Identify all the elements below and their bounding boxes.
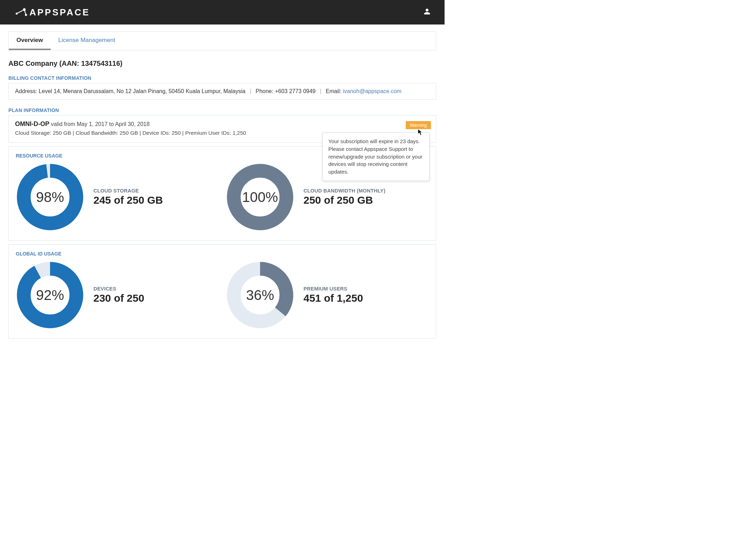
top-bar: APPSPACE <box>0 0 445 24</box>
tabs: Overview License Management <box>8 31 436 50</box>
cloud-storage-label: CLOUD STORAGE <box>93 188 163 194</box>
brand-logo: APPSPACE <box>14 7 90 18</box>
address-value: Level 14, Menara Darussalam, No 12 Jalan… <box>39 88 246 94</box>
premium-users-pct: 36% <box>226 261 294 329</box>
premium-users-donut: 36% <box>226 261 294 329</box>
address-label: Address: <box>15 88 39 94</box>
premium-users-label: PREMIUM USERS <box>303 286 363 292</box>
billing-panel: Address: Level 14, Menara Darussalam, No… <box>8 83 436 100</box>
warning-tooltip: Your subscription will expire in 23 days… <box>322 132 430 181</box>
devices-value: 230 of 250 <box>93 292 144 304</box>
cursor-icon <box>418 129 423 137</box>
main-container: Overview License Management ABC Company … <box>0 24 445 346</box>
user-icon[interactable] <box>424 8 431 16</box>
cloud-storage-item: 98% CLOUD STORAGE 245 of 250 GB <box>16 163 219 231</box>
global-id-usage-label: GLOBAL ID USAGE <box>16 251 429 257</box>
email-label: Email: <box>326 88 343 94</box>
warning-badge[interactable]: Warning <box>406 121 431 129</box>
brand-text: APPSPACE <box>29 7 90 18</box>
premium-users-value: 451 of 1,250 <box>303 292 363 304</box>
divider: | <box>320 88 321 94</box>
tab-license-management[interactable]: License Management <box>51 32 123 50</box>
plan-panel: OMNI-D-OP valid from May 1, 2017 to Apri… <box>8 115 436 143</box>
plan-section-label: PLAN INFORMATION <box>8 107 436 113</box>
cloud-bandwidth-label: CLOUD BANDWIDTH (MONTHLY) <box>303 188 385 194</box>
cloud-bandwidth-value: 250 of 250 GB <box>303 194 385 206</box>
company-title: ABC Company (AAN: 1347543116) <box>8 59 436 68</box>
cloud-storage-pct: 98% <box>16 163 84 231</box>
devices-label: DEVICES <box>93 286 144 292</box>
devices-pct: 92% <box>16 261 84 329</box>
phone-label: Phone: <box>256 88 275 94</box>
divider: | <box>250 88 251 94</box>
cloud-bandwidth-donut: 100% <box>226 163 294 231</box>
devices-donut: 92% <box>16 261 84 329</box>
tab-overview[interactable]: Overview <box>9 32 51 50</box>
cloud-storage-donut: 98% <box>16 163 84 231</box>
appspace-logo-icon <box>14 7 27 17</box>
premium-users-item: 36% PREMIUM USERS 451 of 1,250 <box>226 261 429 329</box>
email-link[interactable]: ivanoh@appspace.com <box>343 88 401 94</box>
billing-section-label: BILLING CONTACT INFORMATION <box>8 75 436 81</box>
devices-item: 92% DEVICES 230 of 250 <box>16 261 219 329</box>
phone-value: +603 2773 0949 <box>275 88 315 94</box>
cloud-storage-value: 245 of 250 GB <box>93 194 163 206</box>
global-id-usage-panel: GLOBAL ID USAGE 92% DEVICES 230 of 250 <box>8 244 436 339</box>
plan-name: OMNI-D-OP <box>15 120 49 127</box>
cloud-bandwidth-pct: 100% <box>226 163 294 231</box>
plan-validity: valid from May 1, 2017 to April 30, 2018 <box>51 121 149 127</box>
